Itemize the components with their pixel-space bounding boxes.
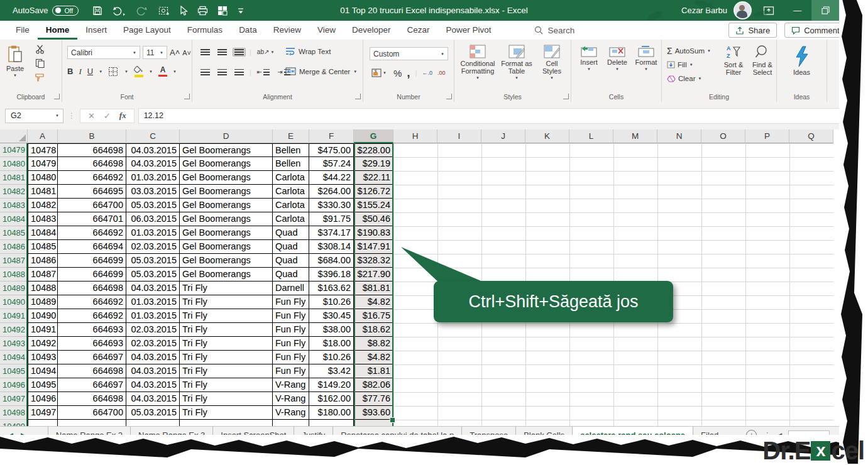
grid-cell[interactable]: 05.03.2015	[126, 254, 180, 268]
italic-button[interactable]: I	[79, 67, 81, 77]
autosave-toggle[interactable]: AutoSave Off	[13, 6, 79, 16]
cut-icon[interactable]	[35, 45, 45, 54]
grid-cell[interactable]: 05.03.2015	[126, 199, 180, 212]
tab-file[interactable]: File	[8, 21, 38, 40]
tab-formulas[interactable]: Formulas	[179, 21, 231, 40]
grid-cell[interactable]: Carlota	[273, 185, 309, 199]
grid-cell[interactable]: Carlota	[273, 171, 309, 185]
customize-qat-icon[interactable]	[238, 6, 244, 16]
row-header[interactable]: 10497	[0, 392, 28, 406]
grid-cell[interactable]: 03.03.2015	[126, 185, 180, 199]
wrap-text-button[interactable]: Wrap Text	[285, 47, 331, 55]
grid-cell[interactable]: 664695	[58, 185, 126, 199]
grid-cell[interactable]: 04.03.2015	[126, 378, 180, 392]
grid-cell[interactable]: Tri Fly	[180, 309, 273, 323]
grid-cell[interactable]: 664698	[58, 143, 126, 157]
grid-cell[interactable]: Fun Fly	[273, 337, 309, 351]
grid-cell[interactable]: Gel Boomerangs	[180, 240, 273, 254]
grid-cell[interactable]: 10496	[28, 392, 58, 406]
grid-cell[interactable]: 664692	[58, 226, 126, 240]
grid-cell[interactable]: 10479	[28, 157, 58, 171]
grid-cell[interactable]: 01.03.2015	[126, 309, 180, 323]
grid-cell[interactable]: Tri Fly	[180, 406, 273, 420]
row-header[interactable]: 10489	[0, 282, 28, 295]
grid-cell[interactable]	[354, 420, 393, 426]
grid-cell[interactable]: V-Rang	[273, 378, 309, 392]
grid-cell[interactable]: 664692	[58, 309, 126, 323]
grid-cell[interactable]: 664700	[58, 406, 126, 420]
merge-caret-icon[interactable]: ▼	[353, 70, 357, 74]
row-header[interactable]: 10496	[0, 378, 28, 392]
row-header[interactable]: 10494	[0, 351, 28, 364]
row-header[interactable]: 10486	[0, 240, 28, 254]
grid-cell[interactable]: 04.03.2015	[126, 364, 180, 378]
name-box[interactable]: G2 ▼	[5, 109, 63, 123]
increase-font-icon[interactable]: A˄	[170, 48, 180, 57]
grid-cell[interactable]: 10483	[28, 212, 58, 226]
grid-cell[interactable]: Bellen	[273, 143, 309, 157]
borders-caret-icon[interactable]: ▼	[124, 70, 128, 74]
grid-cell[interactable]: Gel Boomerangs	[180, 199, 273, 212]
font-size-select[interactable]: 11▼	[143, 46, 167, 59]
clipboard-dialog-launcher-icon[interactable]	[54, 94, 60, 99]
grid-cell[interactable]: 06.03.2015	[126, 212, 180, 226]
tab-data[interactable]: Data	[231, 21, 265, 40]
grid-cell[interactable]: $82.06	[354, 378, 393, 392]
grid-cell[interactable]: Tri Fly	[180, 364, 273, 378]
grid-cell[interactable]: $30.45	[309, 309, 354, 323]
column-header-Q[interactable]: Q	[789, 129, 833, 143]
grid-cell[interactable]: Tri Fly	[180, 337, 273, 351]
top-align-icon[interactable]	[199, 48, 212, 57]
bottom-align-icon[interactable]	[233, 48, 246, 57]
column-header-E[interactable]: E	[273, 129, 309, 143]
cancel-icon[interactable]: ✕	[88, 111, 95, 121]
grid-cell[interactable]: $147.91	[354, 240, 393, 254]
grid-cell[interactable]: 10491	[28, 323, 58, 337]
grid-cell[interactable]: 10482	[28, 199, 58, 212]
grid-cell[interactable]: $126.72	[354, 185, 393, 199]
grid-cell[interactable]: $22.11	[354, 171, 393, 185]
grid-cell[interactable]: 664692	[58, 295, 126, 309]
tab-home[interactable]: Home	[38, 21, 78, 40]
grid-cell[interactable]: $3.42	[309, 364, 354, 378]
grid-cell[interactable]: $264.00	[309, 185, 354, 199]
print-icon[interactable]	[197, 6, 208, 16]
row-header[interactable]: 10485	[0, 226, 28, 240]
decrease-decimal-icon[interactable]: .00	[437, 70, 446, 76]
grid-cell[interactable]: 664693	[58, 337, 126, 351]
column-header-P[interactable]: P	[745, 129, 789, 143]
grid-cell[interactable]: 01.03.2015	[126, 295, 180, 309]
cell-styles-button[interactable]: Cell Styles ▼	[536, 45, 568, 80]
cursor-icon[interactable]	[179, 6, 188, 16]
grid-cell[interactable]: $330.30	[309, 199, 354, 212]
grid-cell[interactable]: Fun Fly	[273, 323, 309, 337]
grid-cell[interactable]: $18.00	[309, 337, 354, 351]
align-left-icon[interactable]	[199, 68, 212, 77]
borders-icon[interactable]	[108, 67, 119, 77]
avatar[interactable]	[733, 1, 752, 19]
row-header[interactable]: 10481	[0, 171, 28, 185]
grid-cell[interactable]	[309, 420, 354, 426]
column-header-J[interactable]: J	[481, 129, 525, 143]
grid-cell[interactable]: Tri Fly	[180, 323, 273, 337]
grid-cell[interactable]: Gel Boomerangs	[180, 226, 273, 240]
decrease-indent-icon[interactable]: ⇤	[255, 67, 272, 77]
fill-handle[interactable]	[390, 417, 395, 423]
grid-cell[interactable]: $57.24	[309, 157, 354, 171]
grid-cell[interactable]: $180.00	[309, 406, 354, 420]
font-color-caret-icon[interactable]: ▼	[173, 70, 177, 74]
fill-button[interactable]: Fill▼	[667, 58, 711, 70]
delete-cells-button[interactable]: Delete ▼	[604, 46, 630, 71]
grid-cell[interactable]: 10490	[28, 309, 58, 323]
screenshot-icon[interactable]	[158, 6, 170, 16]
conditional-formatting-button[interactable]: Conditional Formatting ▼	[458, 45, 497, 80]
number-format-select[interactable]: Custom▼	[370, 47, 448, 60]
grid-cell[interactable]: 04.03.2015	[126, 282, 180, 295]
grid-cell[interactable]: 664698	[58, 392, 126, 406]
column-header-O[interactable]: O	[701, 129, 745, 143]
grid-cell[interactable]: $91.75	[309, 212, 354, 226]
grid-cell[interactable]: 664698	[58, 282, 126, 295]
formula-input[interactable]: 12.12	[138, 108, 868, 124]
grid-cell[interactable]: $10.26	[309, 351, 354, 364]
grid-view-icon[interactable]	[217, 6, 228, 16]
